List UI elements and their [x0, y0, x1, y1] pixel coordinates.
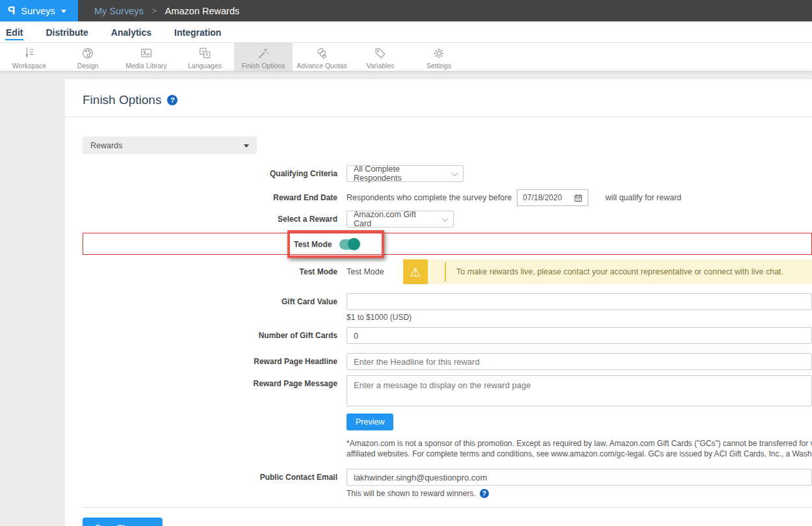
- toolbar-item-label: Settings: [426, 62, 451, 70]
- test-mode-status-value: Test Mode: [347, 267, 403, 276]
- tag-icon: [373, 46, 388, 60]
- field-label: Qualifying Criteria: [65, 169, 347, 178]
- warning-body: To make rewards live, please contact you…: [428, 259, 812, 284]
- breadcrumb-separator-icon: >: [152, 7, 157, 16]
- reward-end-date-value: 07/18/2020: [523, 193, 562, 202]
- toolbar-item-label: Languages: [188, 62, 222, 70]
- caret-down-icon: [244, 144, 249, 148]
- public-contact-email-input[interactable]: [347, 469, 812, 486]
- form-row-public-contact-email: Public Contact Email: [65, 469, 812, 486]
- form-row-reward-page-message: Reward Page Message: [65, 375, 812, 406]
- chevron-down-icon: [451, 169, 458, 176]
- form-row-select-reward: Select a Reward Amazon.com Gift Card: [65, 211, 812, 228]
- rewards-form: Qualifying Criteria All Complete Respond…: [65, 165, 812, 526]
- gear-icon: [431, 46, 447, 60]
- qualifying-criteria-select[interactable]: All Complete Respondents: [347, 165, 464, 182]
- form-row-preview: Preview: [65, 414, 812, 430]
- questionpro-logo-icon: P: [8, 5, 15, 18]
- toggle-thumb: [348, 238, 360, 250]
- toolbar-item-label: Variables: [367, 62, 395, 70]
- toolbar-item-label: Design: [77, 62, 99, 70]
- rewards-section-dropdown[interactable]: Rewards: [83, 137, 257, 154]
- end-date-suffix-text: will qualify for reward: [605, 193, 681, 202]
- product-name: Surveys: [21, 6, 55, 16]
- primary-nav: Edit Distribute Analytics Integration: [0, 21, 812, 43]
- toolbar-item-media-library[interactable]: Media Library: [117, 43, 176, 71]
- form-row-number-of-gift-cards: Number of Gift Cards: [65, 327, 812, 344]
- field-label: Reward Page Message: [65, 375, 347, 388]
- warning-text: To make rewards live, please contact you…: [428, 267, 783, 276]
- field-label: Reward Page Headline: [65, 357, 347, 366]
- calendar-icon: [574, 194, 583, 202]
- select-reward-value: Amazon.com Gift Card: [354, 210, 435, 228]
- svg-text:A: A: [205, 52, 209, 57]
- panel-header: Finish Options ?: [65, 79, 812, 117]
- toolbar-item-label: Finish Options: [241, 62, 285, 70]
- nav-tab-edit[interactable]: Edit: [5, 24, 23, 40]
- toolbar-item-label: Advance Quotas: [296, 62, 347, 70]
- toolbar-item-settings[interactable]: Settings: [410, 43, 468, 71]
- number-of-gift-cards-input[interactable]: [347, 327, 812, 344]
- page-title: Finish Options: [83, 93, 161, 107]
- end-date-prefix-text: Respondents who complete the survey befo…: [347, 193, 512, 202]
- breadcrumb-current-survey: Amazon Rewards: [165, 6, 239, 16]
- field-label: Gift Card Value: [65, 297, 347, 306]
- form-row-gift-card-value: Gift Card Value: [65, 293, 812, 310]
- magic-wand-icon: [255, 46, 271, 60]
- gift-card-value-input[interactable]: [347, 293, 812, 310]
- help-icon[interactable]: ?: [167, 95, 177, 105]
- palette-icon: [80, 46, 96, 60]
- field-label: Public Contact Email: [65, 473, 347, 482]
- disclaimer-line-2: affiliated websites. For complete terms …: [347, 449, 812, 459]
- gift-card-value-hint: $1 to $1000 (USD): [347, 313, 812, 322]
- finish-options-panel: Finish Options ? Rewards Qualifying Crit…: [65, 79, 812, 526]
- field-label: Number of Gift Cards: [65, 331, 347, 340]
- public-contact-email-hint: This will be shown to reward winners. ?: [347, 489, 812, 498]
- toolbar-item-label: Workspace: [12, 62, 46, 70]
- test-mode-toggle-label: Test Mode: [294, 240, 332, 249]
- breadcrumb: My Surveys > Amazon Rewards: [94, 6, 239, 16]
- select-reward-select[interactable]: Amazon.com Gift Card: [347, 211, 454, 228]
- breadcrumb-my-surveys[interactable]: My Surveys: [94, 6, 144, 16]
- test-mode-toggle[interactable]: [339, 239, 359, 250]
- preview-button[interactable]: Preview: [347, 414, 393, 430]
- form-row-reward-end-date: Reward End Date Respondents who complete…: [65, 189, 812, 206]
- save-changes-button[interactable]: Save Changes: [83, 518, 163, 526]
- form-row-qualifying-criteria: Qualifying Criteria All Complete Respond…: [65, 165, 812, 182]
- toolbar-item-advance-quotas[interactable]: Advance Quotas: [293, 43, 351, 71]
- warning-triangle-icon: ⚠: [410, 265, 421, 280]
- field-label: Test Mode: [65, 267, 347, 276]
- chain-links-icon: [314, 46, 330, 60]
- form-row-reward-page-headline: Reward Page Headline: [65, 353, 812, 370]
- nav-tab-integration[interactable]: Integration: [174, 24, 222, 40]
- workspace-pen-list-icon: [21, 46, 37, 60]
- surveys-app-menu[interactable]: P Surveys: [0, 0, 78, 21]
- warning-banner: ⚠ To make rewards live, please contact y…: [403, 259, 812, 284]
- bottom-divider: [83, 507, 812, 508]
- form-row-test-mode-status: Test Mode Test Mode ⚠ To make rewards li…: [65, 259, 812, 284]
- rewards-dropdown-value: Rewards: [90, 141, 122, 150]
- nav-tab-distribute[interactable]: Distribute: [45, 24, 88, 40]
- toolbar-item-languages[interactable]: x A Languages: [176, 43, 234, 71]
- warning-icon-block: ⚠: [403, 259, 428, 284]
- toolbar-item-finish-options[interactable]: Finish Options: [234, 43, 293, 71]
- caret-down-icon: [61, 10, 66, 13]
- disclaimer-line-1: *Amazon.com is not a sponsor of this pro…: [347, 438, 812, 449]
- nav-tab-analytics[interactable]: Analytics: [111, 24, 152, 40]
- field-label: Select a Reward: [65, 215, 347, 224]
- red-annotation-band: Test Mode: [83, 233, 812, 255]
- chevron-down-icon: [441, 215, 449, 222]
- top-bar: P Surveys My Surveys > Amazon Rewards: [0, 0, 812, 21]
- help-icon[interactable]: ?: [480, 489, 489, 498]
- toolbar-item-variables[interactable]: Variables: [351, 43, 410, 71]
- content-area: Finish Options ? Rewards Qualifying Crit…: [0, 72, 812, 526]
- toolbar-item-workspace[interactable]: Workspace: [0, 43, 59, 71]
- toolbar-item-design[interactable]: Design: [59, 43, 117, 71]
- amazon-disclaimer: *Amazon.com is not a sponsor of this pro…: [347, 438, 812, 459]
- qualifying-criteria-value: All Complete Respondents: [354, 164, 445, 183]
- toolbar-item-label: Media Library: [125, 62, 167, 70]
- reward-end-date-input[interactable]: 07/18/2020: [517, 189, 588, 206]
- reward-page-message-textarea[interactable]: [347, 375, 812, 406]
- translate-icon: x A: [197, 46, 213, 60]
- reward-page-headline-input[interactable]: [347, 353, 812, 370]
